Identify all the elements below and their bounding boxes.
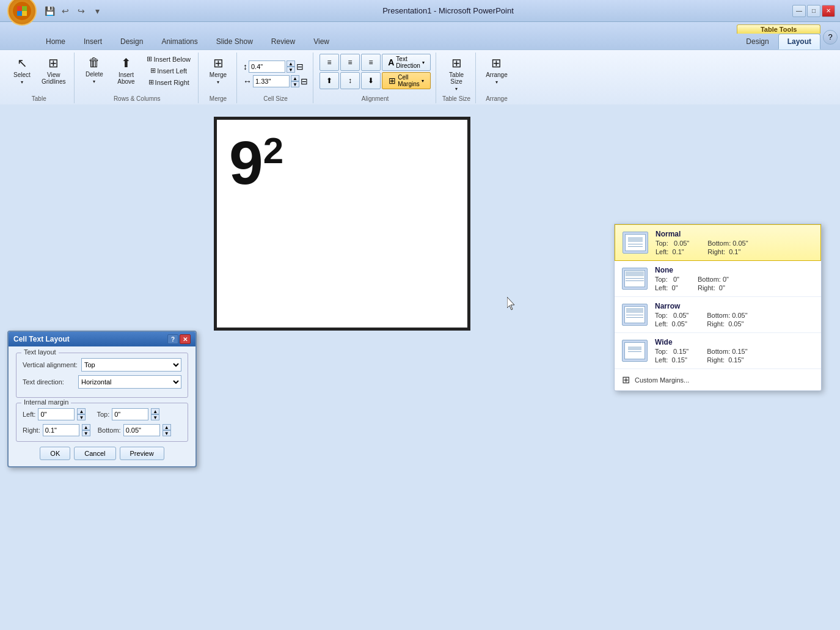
customize-qat-button[interactable]: ▾ bbox=[90, 4, 104, 18]
tab-view[interactable]: View bbox=[304, 34, 338, 49]
cancel-button[interactable]: Cancel bbox=[74, 447, 115, 460]
margin-option-normal[interactable]: Normal Top: 0.05" Left: 0.1" Bottom: 0.0… bbox=[615, 224, 821, 261]
align-right-button[interactable]: ≡ bbox=[361, 54, 381, 71]
maximize-button[interactable]: □ bbox=[807, 5, 820, 17]
custom-margins-button[interactable]: ⊞ Custom Margins... bbox=[615, 369, 821, 390]
width-spin-down[interactable]: ▼ bbox=[291, 81, 299, 87]
text-direction-button[interactable]: A TextDirection ▾ bbox=[382, 54, 431, 71]
table-group-label: Table bbox=[32, 94, 46, 102]
height-spin-up[interactable]: ▲ bbox=[287, 60, 295, 67]
height-spin-down[interactable]: ▼ bbox=[287, 67, 295, 73]
table-size-button[interactable]: ⊞ TableSize ▾ bbox=[443, 54, 470, 93]
text-direction-row: Text direction: Horizontal Vertical bbox=[23, 375, 181, 389]
insert-right-icon: ⊞ bbox=[148, 78, 154, 86]
tab-layout[interactable]: Layout bbox=[778, 34, 820, 49]
alignment-label: Alignment bbox=[362, 94, 389, 102]
right-input[interactable] bbox=[43, 424, 79, 436]
margin-option-wide[interactable]: Wide Top: 0.15" Left: 0.15" Bottom: 0.15… bbox=[615, 333, 821, 369]
view-gridlines-button[interactable]: ⊞ ViewGridlines bbox=[38, 54, 69, 87]
right-spinner[interactable]: ▲ ▼ bbox=[82, 424, 90, 436]
insert-above-button[interactable]: ⬆ InsertAbove bbox=[112, 54, 139, 87]
preview-button[interactable]: Preview bbox=[120, 447, 164, 460]
bottom-label: Bottom: bbox=[98, 427, 121, 434]
undo-qat-button[interactable]: ↩ bbox=[59, 4, 72, 18]
view-gridlines-label: ViewGridlines bbox=[42, 71, 65, 85]
align-left-button[interactable]: ≡ bbox=[320, 54, 339, 71]
internal-margin-label: Internal margin bbox=[21, 398, 71, 406]
merge-button[interactable]: ⊞ Merge ▾ bbox=[205, 54, 232, 87]
ok-button[interactable]: OK bbox=[40, 447, 70, 460]
top-label: Top: bbox=[97, 411, 109, 418]
bottom-input[interactable] bbox=[123, 424, 160, 436]
svg-rect-0 bbox=[17, 6, 22, 11]
left-input[interactable] bbox=[38, 408, 75, 420]
redo-qat-button[interactable]: ↪ bbox=[75, 4, 88, 18]
top-input[interactable] bbox=[112, 408, 148, 420]
vertical-alignment-select[interactable]: Top Middle Bottom bbox=[81, 358, 181, 372]
dialog-help-button[interactable]: ? bbox=[167, 334, 178, 344]
insert-below-button[interactable]: ⊞ Insert Below bbox=[144, 54, 193, 64]
normal-right-val: Right: 0.1" bbox=[707, 248, 748, 255]
tab-review[interactable]: Review bbox=[262, 34, 304, 49]
help-button[interactable]: ? bbox=[823, 30, 838, 45]
valign-bottom-button[interactable]: ⬇ bbox=[361, 72, 381, 89]
text-direction-select[interactable]: Horizontal Vertical bbox=[78, 375, 181, 389]
bottom-spinner[interactable]: ▲ ▼ bbox=[163, 424, 171, 436]
top-spin-down[interactable]: ▼ bbox=[151, 414, 159, 420]
none-top-val: Top: 0" bbox=[655, 276, 679, 283]
right-label: Right: bbox=[23, 427, 40, 434]
left-spin-up[interactable]: ▲ bbox=[77, 408, 86, 414]
rows-cols-group-content: 🗑 Delete ▾ ⬆ InsertAbove ⊞ Insert Below bbox=[81, 54, 193, 94]
select-button[interactable]: ↖ Select ▾ bbox=[9, 54, 35, 87]
left-spinner[interactable]: ▲ ▼ bbox=[77, 408, 86, 420]
minimize-button[interactable]: — bbox=[792, 5, 806, 17]
left-spin-down[interactable]: ▼ bbox=[77, 414, 86, 420]
bottom-spin-up[interactable]: ▲ bbox=[163, 424, 171, 430]
narrow-bottom-val: Bottom: 0.05" bbox=[707, 312, 747, 319]
delete-button[interactable]: 🗑 Delete ▾ bbox=[81, 54, 108, 86]
margin-row-1: Left: ▲ ▼ Top: ▲ ▼ bbox=[23, 408, 181, 420]
margin-option-none[interactable]: None Top: 0" Left: 0" Bottom: 0" Right: … bbox=[615, 261, 821, 297]
ribbon-content: ↖ Select ▾ ⊞ ViewGridlines Table 🗑 Delet… bbox=[0, 49, 840, 104]
height-input[interactable] bbox=[249, 60, 285, 73]
insert-above-label: InsertAbove bbox=[117, 71, 134, 85]
normal-margin-name: Normal bbox=[656, 230, 813, 238]
height-spinner[interactable]: ▲ ▼ bbox=[287, 60, 295, 73]
cell-margins-button[interactable]: ⊞ CellMargins ▾ bbox=[382, 72, 431, 89]
tab-animations[interactable]: Animations bbox=[152, 34, 206, 49]
arrange-button[interactable]: ⊞ Arrange ▾ bbox=[482, 54, 511, 87]
tab-slideshow[interactable]: Slide Show bbox=[207, 34, 262, 49]
align-row-bottom: ⬆ ↕ ⬇ ⊞ CellMargins ▾ bbox=[320, 72, 431, 89]
cell-size-label: Cell Size bbox=[263, 94, 287, 102]
tab-table-design[interactable]: Design bbox=[737, 34, 778, 49]
table-size-icon: ⊞ bbox=[451, 56, 462, 70]
tab-insert[interactable]: Insert bbox=[75, 34, 111, 49]
tab-design[interactable]: Design bbox=[111, 34, 152, 49]
none-margin-name: None bbox=[655, 266, 814, 274]
margin-option-narrow[interactable]: Narrow Top: 0.05" Left: 0.05" Bottom: 0.… bbox=[615, 297, 821, 333]
narrow-margin-icon bbox=[622, 304, 648, 326]
valign-middle-button[interactable]: ↕ bbox=[340, 72, 360, 89]
svg-rect-2 bbox=[17, 11, 22, 16]
top-spinner[interactable]: ▲ ▼ bbox=[151, 408, 159, 420]
width-spin-up[interactable]: ▲ bbox=[291, 75, 299, 81]
valign-top-button[interactable]: ⬆ bbox=[320, 72, 339, 89]
top-spin-up[interactable]: ▲ bbox=[151, 408, 159, 414]
none-left-val: Left: 0" bbox=[655, 284, 679, 291]
close-button[interactable]: ✕ bbox=[822, 5, 835, 17]
right-spin-down[interactable]: ▼ bbox=[82, 430, 90, 436]
tab-home[interactable]: Home bbox=[37, 34, 75, 49]
cell-margins-icon: ⊞ bbox=[389, 76, 396, 86]
right-spin-up[interactable]: ▲ bbox=[82, 424, 90, 430]
arrange-content: ⊞ Arrange ▾ bbox=[482, 54, 511, 94]
insert-left-button[interactable]: ⊞ Insert Left bbox=[144, 65, 193, 76]
wide-margin-details: Wide Top: 0.15" Left: 0.15" Bottom: 0.15… bbox=[655, 338, 814, 364]
bottom-spin-down[interactable]: ▼ bbox=[163, 430, 171, 436]
width-input[interactable] bbox=[253, 75, 290, 87]
align-center-button[interactable]: ≡ bbox=[340, 54, 360, 71]
dialog-close-button[interactable]: ✕ bbox=[180, 334, 191, 344]
save-qat-button[interactable]: 💾 bbox=[43, 4, 56, 18]
insert-right-button[interactable]: ⊞ Insert Right bbox=[144, 77, 193, 87]
width-spinner[interactable]: ▲ ▼ bbox=[291, 75, 299, 87]
cell-margins-dropdown: ▾ bbox=[422, 78, 424, 84]
